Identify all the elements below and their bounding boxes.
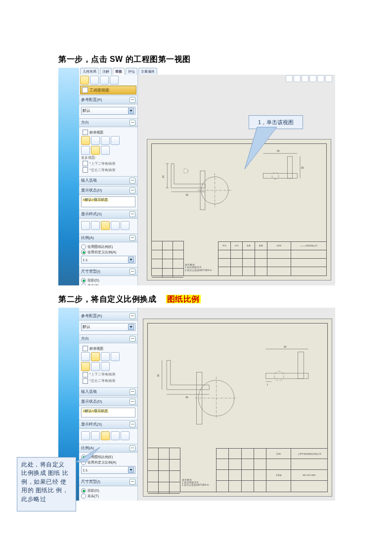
pm-tab-icon[interactable] — [100, 76, 109, 85]
section-icon[interactable] — [309, 75, 316, 82]
config-combo[interactable]: 默认 — [81, 323, 135, 331]
collapse-icon[interactable] — [130, 389, 135, 395]
section-reference-config[interactable]: 参考配置(R) — [79, 95, 137, 104]
section-dim-type[interactable]: 尺寸类型(I) — [79, 477, 137, 486]
radio-projected[interactable]: 投影(D) — [81, 278, 135, 283]
view-icon[interactable] — [317, 75, 324, 82]
section-display-state[interactable]: 显示状态(D) — [79, 186, 137, 195]
section-display-style[interactable]: 显示样式(S) — [79, 420, 137, 429]
radio-icon[interactable] — [81, 278, 86, 283]
section-scale[interactable]: 比例(A) — [79, 233, 137, 242]
view-btn[interactable] — [111, 352, 120, 361]
section-dim-type[interactable]: 尺寸类型(I) — [79, 267, 137, 276]
chevron-down-icon[interactable] — [128, 257, 134, 263]
collapse-icon[interactable] — [130, 235, 135, 241]
style-btn[interactable] — [101, 431, 110, 440]
collapse-icon[interactable] — [130, 211, 135, 217]
view-btn[interactable] — [91, 362, 100, 371]
view-top-button[interactable] — [91, 136, 100, 145]
radio-icon[interactable] — [81, 250, 86, 255]
zoom-area-icon[interactable] — [294, 75, 301, 82]
radio-true[interactable]: 真实(T) — [81, 494, 135, 499]
checkbox-icon[interactable] — [83, 372, 88, 377]
checkbox-icon[interactable] — [83, 167, 88, 173]
collapse-icon[interactable] — [130, 445, 135, 451]
view-btn[interactable] — [81, 362, 90, 371]
chevron-down-icon[interactable] — [128, 467, 134, 473]
collapse-icon[interactable] — [130, 399, 135, 405]
view-btn[interactable] — [101, 146, 110, 155]
pan-icon[interactable] — [302, 75, 308, 82]
checkbox-icon[interactable] — [83, 161, 88, 166]
tab-sketch[interactable]: 草图 — [113, 68, 125, 75]
view-btn[interactable] — [101, 362, 110, 371]
style-hlv-icon[interactable] — [101, 221, 110, 230]
drawing-canvas[interactable]: 15 54 34 — [138, 75, 335, 285]
radio-sheet-scale[interactable]: 使用图纸比例(E) — [81, 244, 135, 249]
view-btn[interactable] — [91, 146, 100, 155]
view-btn[interactable] — [81, 352, 90, 361]
collapse-icon[interactable] — [130, 313, 135, 319]
collapse-icon[interactable] — [130, 336, 135, 342]
drawing-canvas[interactable]: 30 54 34 7 — [138, 308, 335, 501]
collapse-icon[interactable] — [130, 178, 135, 184]
radio-true[interactable]: 真实(T) — [81, 283, 135, 285]
tab-evaluate[interactable]: 评估 — [126, 68, 137, 75]
checkbox-icon[interactable] — [83, 130, 88, 135]
tab-annotation[interactable]: 注解 — [100, 68, 112, 75]
pm-tab-icon[interactable] — [80, 76, 89, 85]
view-btn[interactable] — [81, 146, 90, 155]
section-orientation[interactable]: 方向 — [79, 118, 137, 127]
collapse-icon[interactable] — [130, 120, 135, 126]
view-btn[interactable] — [101, 352, 110, 361]
section-orientation[interactable]: 方向 — [79, 334, 137, 343]
checkbox-icon[interactable] — [83, 346, 88, 351]
display-icon[interactable] — [325, 75, 332, 82]
collapse-icon[interactable] — [130, 479, 135, 485]
radio-icon[interactable] — [81, 494, 86, 499]
std-view-check[interactable]: 标准视图 — [83, 346, 134, 351]
radio-projected[interactable]: 投影(D) — [81, 488, 135, 493]
style-btn[interactable] — [81, 431, 90, 440]
radio-icon[interactable] — [81, 244, 86, 249]
scale-combo[interactable]: 1:1 — [81, 466, 135, 474]
view-option[interactable]: *上下二等角轴测 — [83, 161, 134, 166]
style-btn[interactable] — [111, 431, 120, 440]
tab-layout[interactable]: 几何布局 — [80, 68, 99, 75]
collapse-icon[interactable] — [130, 269, 135, 275]
tab-properties[interactable]: 文章属性 — [138, 68, 157, 75]
style-wire-icon[interactable] — [81, 221, 90, 230]
checkbox-icon[interactable] — [83, 378, 88, 384]
more-view-option[interactable]: *上下二等角轴测 — [83, 372, 134, 377]
display-state-item[interactable]: <默认>显示状态 — [83, 198, 108, 201]
radio-icon[interactable] — [81, 488, 86, 493]
config-combo[interactable]: 默认 — [81, 107, 135, 115]
section-display-state[interactable]: 显示状态(D) — [79, 397, 137, 406]
scale-combo[interactable]: 1:1 — [81, 256, 135, 264]
zoom-fit-icon[interactable] — [286, 75, 293, 82]
view-btn[interactable] — [91, 352, 100, 361]
collapse-icon[interactable] — [130, 187, 135, 193]
style-btn[interactable] — [121, 431, 130, 440]
view-right-button[interactable] — [101, 136, 110, 145]
chevron-down-icon[interactable] — [128, 108, 134, 114]
section-reference-config[interactable]: 参考配置(R) — [79, 312, 137, 321]
radio-icon[interactable] — [81, 283, 86, 285]
pm-tab-icon[interactable] — [110, 76, 119, 85]
display-state-item[interactable]: <默认>显示状态 — [83, 409, 108, 413]
more-view-option[interactable]: *左右二等角轴测 — [83, 378, 134, 384]
style-shaded-icon[interactable] — [111, 221, 120, 230]
style-btn[interactable] — [91, 431, 100, 440]
view-front-button[interactable] — [81, 136, 90, 145]
section-import[interactable]: 输入选项 — [79, 387, 137, 396]
collapse-icon[interactable] — [130, 421, 135, 427]
std-view-check[interactable]: 标准视图 — [83, 130, 134, 135]
collapse-icon[interactable] — [130, 97, 135, 103]
section-import[interactable]: 输入选项 — [79, 176, 137, 185]
radio-custom-scale[interactable]: 使用自定义比例(A) — [81, 250, 135, 255]
view-iso-button[interactable] — [111, 136, 120, 145]
pm-tab-icon[interactable] — [90, 76, 99, 85]
chevron-down-icon[interactable] — [128, 324, 134, 330]
section-display-style[interactable]: 显示样式(S) — [79, 210, 137, 219]
view-option[interactable]: *左右二等角轴测 — [83, 167, 134, 173]
